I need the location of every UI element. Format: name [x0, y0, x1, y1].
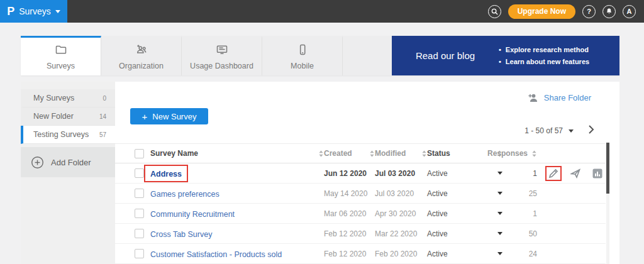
tab-mobile[interactable]: Mobile: [262, 36, 343, 75]
created-date: Feb 12 2020: [324, 229, 375, 238]
new-survey-label: New Survey: [152, 112, 196, 121]
share-folder-label: Share Folder: [544, 93, 591, 102]
row-checkbox[interactable]: [135, 209, 144, 218]
row-checkbox[interactable]: [135, 249, 144, 258]
survey-name-annotation-box: Games preferences: [144, 185, 226, 202]
tab-usage-dashboard[interactable]: Usage Dashboard: [182, 36, 262, 75]
sort-icon[interactable]: [531, 150, 537, 158]
edit-survey-button[interactable]: [545, 166, 562, 181]
sort-icon[interactable]: [318, 150, 324, 158]
select-all-checkbox[interactable]: [135, 149, 144, 158]
scrollbar-thumb[interactable]: [606, 143, 609, 194]
survey-name-link[interactable]: Customer Satisfaction - Products sold: [150, 250, 282, 259]
plus-icon: +: [142, 111, 148, 122]
status-dropdown[interactable]: Active: [427, 189, 502, 198]
sidebar-folder-testing-surveys[interactable]: Testing Surveys 57: [21, 126, 115, 144]
chevron-down-icon: [55, 10, 60, 13]
created-date: Feb 12 2020: [324, 250, 375, 258]
survey-name-link[interactable]: Cross Tab Survey: [150, 230, 212, 239]
blog-bullet: Explore research method: [499, 46, 589, 53]
survey-name-link[interactable]: Address: [150, 170, 182, 179]
status-caret-icon[interactable]: [497, 212, 502, 215]
header-created[interactable]: Created: [324, 149, 375, 158]
survey-name-link[interactable]: Community Recruitment: [150, 210, 235, 219]
plus-circle-icon: [31, 156, 44, 169]
sort-icon[interactable]: [421, 150, 427, 158]
page-size-caret-icon[interactable]: [569, 129, 574, 133]
table-row[interactable]: Address Jun 12 2020 Jul 03 2020 Active 1: [115, 163, 606, 184]
responses-count: 50: [502, 229, 537, 238]
search-icon: [491, 8, 498, 15]
survey-name-annotation-box: Address: [144, 165, 188, 182]
sidebar-folder-my-surveys[interactable]: My Surveys 0: [21, 89, 115, 107]
modified-date: Feb 20 2020: [375, 250, 427, 258]
row-checkbox[interactable]: [135, 168, 144, 178]
status-dropdown[interactable]: Active: [427, 250, 502, 258]
notifications-button[interactable]: [602, 5, 616, 18]
created-date: Jun 12 2020: [324, 169, 375, 178]
new-survey-button[interactable]: + New Survey: [130, 108, 208, 124]
status-label: Active: [427, 189, 448, 198]
table-row[interactable]: Customer Satisfaction - Products sold Fe…: [115, 244, 606, 264]
row-checkbox[interactable]: [135, 229, 144, 238]
survey-name-annotation-box: Cross Tab Survey: [144, 225, 218, 243]
survey-name-link[interactable]: Games preferences: [150, 190, 219, 199]
folder-list: My Surveys 0 New Folder 14 Testing Surve…: [21, 89, 115, 144]
responses-count: 25: [502, 189, 537, 198]
pencil-icon: [548, 168, 558, 179]
send-survey-button[interactable]: [567, 166, 584, 181]
next-page-button[interactable]: [588, 125, 594, 136]
tab-surveys[interactable]: Surveys: [21, 36, 101, 75]
blog-banner[interactable]: Read our blog Explore research methodLea…: [392, 36, 619, 75]
responses-count: 1: [502, 209, 537, 218]
modified-date: Mar 22 2020: [375, 229, 427, 238]
table-row[interactable]: Cross Tab Survey Feb 12 2020 Mar 22 2020…: [115, 224, 606, 244]
blog-title: Read our blog: [392, 50, 499, 61]
row-checkbox[interactable]: [135, 189, 144, 198]
mobile-icon: [296, 43, 309, 58]
header-survey-name[interactable]: Survey Name: [150, 149, 324, 158]
created-date: May 14 2020: [324, 189, 375, 198]
header-responses[interactable]: Responses: [502, 149, 537, 158]
share-person-icon: [528, 93, 539, 102]
modified-date: Jul 03 2020: [375, 169, 427, 178]
add-folder-button[interactable]: Add Folder: [21, 147, 115, 177]
responses-count: 1: [502, 169, 537, 178]
help-button[interactable]: ?: [582, 5, 596, 18]
table-body: Address Jun 12 2020 Jul 03 2020 Active 1…: [115, 163, 606, 264]
status-dropdown[interactable]: Active: [427, 209, 502, 218]
folder-sidebar: My Surveys 0 New Folder 14 Testing Surve…: [21, 82, 115, 264]
status-label: Active: [427, 229, 448, 238]
header-modified[interactable]: Modified: [375, 149, 427, 158]
blog-bullet: Learn about new features: [499, 58, 589, 65]
folder-count-badge: 57: [99, 131, 106, 138]
paper-plane-icon: [570, 168, 580, 179]
sort-icon[interactable]: [369, 150, 375, 158]
search-button[interactable]: [488, 5, 501, 18]
tab-organization[interactable]: Organization: [101, 36, 182, 75]
table-row[interactable]: Games preferences May 14 2020 Jul 03 202…: [115, 184, 606, 204]
status-caret-icon[interactable]: [497, 172, 502, 175]
bar-chart-icon: [592, 168, 602, 179]
status-dropdown[interactable]: Active: [427, 229, 502, 238]
folder-count-badge: 0: [103, 95, 106, 102]
avatar[interactable]: A: [623, 5, 636, 18]
share-folder-button[interactable]: Share Folder: [528, 93, 591, 102]
status-dropdown[interactable]: Active: [427, 169, 502, 178]
vertical-scrollbar[interactable]: [606, 141, 609, 264]
upgrade-now-button[interactable]: Upgrade Now: [508, 4, 575, 19]
folder-count-badge: 14: [99, 113, 106, 120]
status-caret-icon[interactable]: [497, 252, 502, 255]
topbar-actions: Upgrade Now ? A: [488, 4, 644, 19]
bell-icon: [606, 8, 613, 15]
survey-list-panel: Share Folder + New Survey 1 - 50 of 57 S…: [115, 82, 619, 264]
sidebar-folder-new-folder[interactable]: New Folder 14: [21, 107, 115, 126]
status-label: Active: [427, 209, 448, 218]
folder-icon: [55, 43, 67, 58]
status-caret-icon[interactable]: [497, 232, 502, 235]
reports-button[interactable]: [589, 166, 606, 181]
app-switcher[interactable]: P Surveys: [0, 0, 67, 23]
table-row[interactable]: Community Recruitment Mar 06 2020 Apr 30…: [115, 204, 606, 224]
status-caret-icon[interactable]: [497, 192, 502, 195]
proprofs-logo: P: [7, 6, 14, 17]
